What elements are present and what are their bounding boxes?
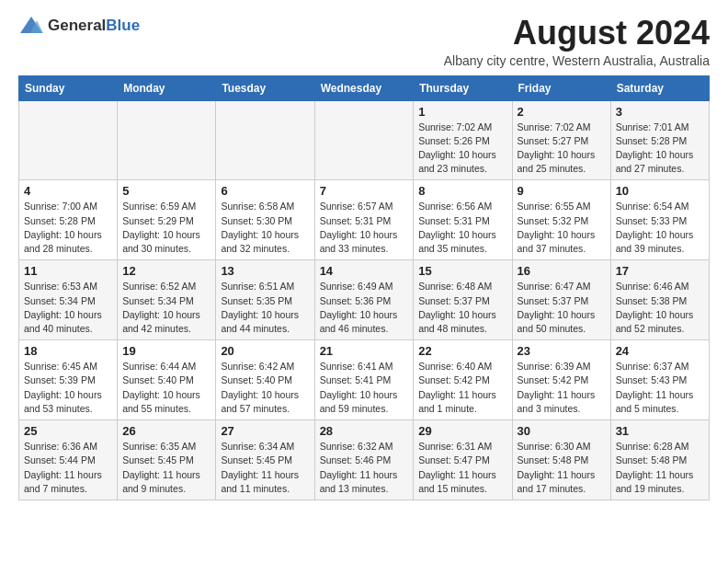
page-header: GeneralBlue August 2024 Albany city cent… [18, 15, 710, 68]
day-number: 9 [518, 184, 606, 198]
day-number: 5 [122, 184, 210, 198]
day-info: Sunrise: 6:41 AM Sunset: 5:41 PM Dayligh… [320, 360, 409, 416]
logo-text-blue: Blue [106, 17, 140, 34]
day-info: Sunrise: 6:48 AM Sunset: 5:37 PM Dayligh… [418, 280, 506, 336]
day-info: Sunrise: 6:35 AM Sunset: 5:45 PM Dayligh… [122, 440, 210, 496]
day-number: 10 [616, 184, 704, 198]
day-number: 17 [616, 264, 704, 278]
day-info: Sunrise: 6:28 AM Sunset: 5:48 PM Dayligh… [616, 440, 704, 496]
day-info: Sunrise: 6:44 AM Sunset: 5:40 PM Dayligh… [122, 360, 210, 416]
day-number: 12 [122, 264, 210, 278]
day-info: Sunrise: 6:34 AM Sunset: 5:45 PM Dayligh… [221, 440, 309, 496]
day-info: Sunrise: 6:51 AM Sunset: 5:35 PM Dayligh… [221, 280, 309, 336]
calendar-cell [216, 100, 314, 180]
calendar-cell: 21Sunrise: 6:41 AM Sunset: 5:41 PM Dayli… [314, 340, 414, 420]
calendar-cell: 26Sunrise: 6:35 AM Sunset: 5:45 PM Dayli… [118, 420, 216, 500]
day-number: 26 [122, 424, 210, 438]
calendar-week-row: 1Sunrise: 7:02 AM Sunset: 5:26 PM Daylig… [19, 100, 710, 180]
calendar-header-row: SundayMondayTuesdayWednesdayThursdayFrid… [19, 75, 710, 100]
calendar-cell: 1Sunrise: 7:02 AM Sunset: 5:26 PM Daylig… [414, 100, 512, 180]
day-number: 27 [221, 424, 309, 438]
calendar-cell: 23Sunrise: 6:39 AM Sunset: 5:42 PM Dayli… [512, 340, 610, 420]
day-info: Sunrise: 6:40 AM Sunset: 5:42 PM Dayligh… [418, 360, 506, 416]
day-info: Sunrise: 6:36 AM Sunset: 5:44 PM Dayligh… [24, 440, 112, 496]
column-header-thursday: Thursday [414, 75, 512, 100]
calendar-cell: 25Sunrise: 6:36 AM Sunset: 5:44 PM Dayli… [19, 420, 118, 500]
day-info: Sunrise: 6:49 AM Sunset: 5:36 PM Dayligh… [320, 280, 409, 336]
calendar-week-row: 4Sunrise: 7:00 AM Sunset: 5:28 PM Daylig… [19, 180, 710, 260]
day-info: Sunrise: 7:00 AM Sunset: 5:28 PM Dayligh… [24, 200, 112, 256]
day-number: 13 [221, 264, 309, 278]
calendar-cell: 27Sunrise: 6:34 AM Sunset: 5:45 PM Dayli… [216, 420, 314, 500]
day-info: Sunrise: 6:39 AM Sunset: 5:42 PM Dayligh… [518, 360, 606, 416]
calendar-week-row: 11Sunrise: 6:53 AM Sunset: 5:34 PM Dayli… [19, 260, 710, 340]
column-header-wednesday: Wednesday [314, 75, 414, 100]
calendar-cell: 22Sunrise: 6:40 AM Sunset: 5:42 PM Dayli… [414, 340, 512, 420]
calendar-cell: 11Sunrise: 6:53 AM Sunset: 5:34 PM Dayli… [19, 260, 118, 340]
day-info: Sunrise: 7:02 AM Sunset: 5:26 PM Dayligh… [418, 121, 506, 177]
day-info: Sunrise: 6:30 AM Sunset: 5:48 PM Dayligh… [518, 440, 606, 496]
day-number: 31 [616, 424, 704, 438]
main-title: August 2024 [444, 15, 710, 52]
day-number: 29 [418, 424, 506, 438]
day-info: Sunrise: 6:54 AM Sunset: 5:33 PM Dayligh… [616, 200, 704, 256]
calendar-cell: 5Sunrise: 6:59 AM Sunset: 5:29 PM Daylig… [118, 180, 216, 260]
subtitle: Albany city centre, Western Australia, A… [444, 53, 710, 68]
calendar-cell: 14Sunrise: 6:49 AM Sunset: 5:36 PM Dayli… [314, 260, 414, 340]
calendar-cell: 24Sunrise: 6:37 AM Sunset: 5:43 PM Dayli… [610, 340, 709, 420]
column-header-tuesday: Tuesday [216, 75, 314, 100]
day-info: Sunrise: 6:56 AM Sunset: 5:31 PM Dayligh… [418, 200, 506, 256]
day-number: 15 [418, 264, 506, 278]
calendar-cell: 15Sunrise: 6:48 AM Sunset: 5:37 PM Dayli… [414, 260, 512, 340]
calendar-cell: 13Sunrise: 6:51 AM Sunset: 5:35 PM Dayli… [216, 260, 314, 340]
calendar-cell: 18Sunrise: 6:45 AM Sunset: 5:39 PM Dayli… [19, 340, 118, 420]
column-header-saturday: Saturday [610, 75, 709, 100]
day-number: 2 [518, 105, 606, 119]
day-info: Sunrise: 6:52 AM Sunset: 5:34 PM Dayligh… [122, 280, 210, 336]
logo-icon [18, 15, 44, 37]
day-info: Sunrise: 6:31 AM Sunset: 5:47 PM Dayligh… [418, 440, 506, 496]
day-info: Sunrise: 6:57 AM Sunset: 5:31 PM Dayligh… [320, 200, 409, 256]
calendar-cell: 12Sunrise: 6:52 AM Sunset: 5:34 PM Dayli… [118, 260, 216, 340]
calendar-cell: 4Sunrise: 7:00 AM Sunset: 5:28 PM Daylig… [19, 180, 118, 260]
day-info: Sunrise: 6:59 AM Sunset: 5:29 PM Dayligh… [122, 200, 210, 256]
day-info: Sunrise: 6:47 AM Sunset: 5:37 PM Dayligh… [518, 280, 606, 336]
calendar-cell: 20Sunrise: 6:42 AM Sunset: 5:40 PM Dayli… [216, 340, 314, 420]
calendar-week-row: 18Sunrise: 6:45 AM Sunset: 5:39 PM Dayli… [19, 340, 710, 420]
day-number: 1 [418, 105, 506, 119]
day-number: 3 [616, 105, 704, 119]
logo-text-general: General [48, 17, 106, 34]
calendar-cell: 9Sunrise: 6:55 AM Sunset: 5:32 PM Daylig… [512, 180, 610, 260]
calendar-cell: 29Sunrise: 6:31 AM Sunset: 5:47 PM Dayli… [414, 420, 512, 500]
day-number: 23 [518, 344, 606, 358]
day-number: 6 [221, 184, 309, 198]
calendar-cell [19, 100, 118, 180]
day-number: 30 [518, 424, 606, 438]
day-number: 20 [221, 344, 309, 358]
calendar-cell [118, 100, 216, 180]
day-info: Sunrise: 6:37 AM Sunset: 5:43 PM Dayligh… [616, 360, 704, 416]
day-info: Sunrise: 6:46 AM Sunset: 5:38 PM Dayligh… [616, 280, 704, 336]
title-section: August 2024 Albany city centre, Western … [444, 15, 710, 68]
day-number: 4 [24, 184, 112, 198]
calendar-cell [314, 100, 414, 180]
calendar-table: SundayMondayTuesdayWednesdayThursdayFrid… [18, 75, 710, 500]
calendar-cell: 17Sunrise: 6:46 AM Sunset: 5:38 PM Dayli… [610, 260, 709, 340]
day-number: 14 [320, 264, 409, 278]
calendar-cell: 3Sunrise: 7:01 AM Sunset: 5:28 PM Daylig… [610, 100, 709, 180]
day-number: 25 [24, 424, 112, 438]
calendar-week-row: 25Sunrise: 6:36 AM Sunset: 5:44 PM Dayli… [19, 420, 710, 500]
calendar-cell: 16Sunrise: 6:47 AM Sunset: 5:37 PM Dayli… [512, 260, 610, 340]
calendar-cell: 28Sunrise: 6:32 AM Sunset: 5:46 PM Dayli… [314, 420, 414, 500]
day-number: 24 [616, 344, 704, 358]
calendar-cell: 7Sunrise: 6:57 AM Sunset: 5:31 PM Daylig… [314, 180, 414, 260]
day-number: 16 [518, 264, 606, 278]
day-number: 8 [418, 184, 506, 198]
column-header-sunday: Sunday [19, 75, 118, 100]
calendar-cell: 30Sunrise: 6:30 AM Sunset: 5:48 PM Dayli… [512, 420, 610, 500]
calendar-cell: 19Sunrise: 6:44 AM Sunset: 5:40 PM Dayli… [118, 340, 216, 420]
day-number: 18 [24, 344, 112, 358]
day-number: 19 [122, 344, 210, 358]
day-info: Sunrise: 6:58 AM Sunset: 5:30 PM Dayligh… [221, 200, 309, 256]
logo: GeneralBlue [18, 15, 140, 37]
